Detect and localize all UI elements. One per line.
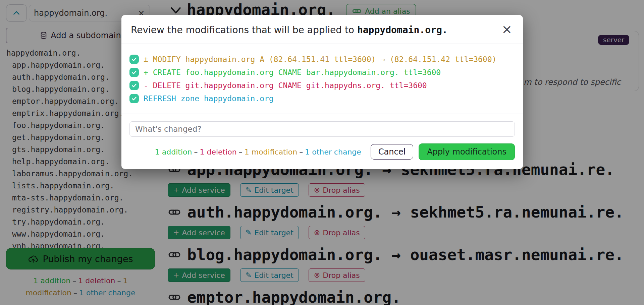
modification-text: - DELETE git.happydomain.org CNAME git.h…: [144, 81, 427, 90]
app-root: happydomain.org. × Add a subdomain happy…: [0, 0, 644, 305]
modification-row: - DELETE git.happydomain.org CNAME git.h…: [129, 79, 515, 92]
checkmark-icon: [131, 69, 137, 75]
comment-wrap: [121, 114, 523, 137]
modal-changes-summary: 1 addition–1 deletion–1 modification–1 o…: [155, 148, 361, 156]
close-icon[interactable]: ×: [500, 24, 514, 34]
change-comment-input[interactable]: [129, 121, 515, 137]
summary-modification: 1 modification: [245, 148, 298, 156]
summary-separator: –: [237, 148, 245, 156]
summary-addition: 1 addition: [155, 148, 192, 156]
modification-row: REFRESH zone happydomain.org: [129, 92, 515, 105]
modal-title: Review the modifications that will be ap…: [131, 24, 448, 36]
modification-row: + CREATE foo.happydomain.org CNAME bar.h…: [129, 66, 515, 79]
modal-footer: 1 addition–1 deletion–1 modification–1 o…: [121, 137, 523, 169]
checkmark-icon: [131, 56, 137, 62]
modal-title-prefix: Review the modifications that will be ap…: [131, 24, 357, 36]
summary-deletion: 1 deletion: [200, 148, 236, 156]
modification-text: REFRESH zone happydomain.org: [144, 94, 274, 103]
checkmark-icon: [131, 96, 137, 102]
modification-checkbox-checked[interactable]: [129, 68, 139, 77]
checkmark-icon: [131, 82, 137, 88]
modification-row: ± MODIFY happydomain.org A (82.64.151.41…: [129, 53, 515, 66]
apply-modifications-button[interactable]: Apply modifications: [419, 143, 515, 160]
modification-text: ± MODIFY happydomain.org A (82.64.151.41…: [144, 55, 496, 64]
modification-text: + CREATE foo.happydomain.org CNAME bar.h…: [144, 68, 441, 77]
modification-checkbox-checked[interactable]: [129, 55, 139, 64]
cancel-button[interactable]: Cancel: [371, 144, 413, 160]
review-modal: Review the modifications that will be ap…: [121, 15, 523, 169]
summary-separator: –: [297, 148, 305, 156]
modal-header: Review the modifications that will be ap…: [121, 15, 523, 44]
modification-checkbox-checked[interactable]: [129, 81, 139, 90]
summary-other: 1 other change: [305, 148, 361, 156]
summary-separator: –: [192, 148, 200, 156]
modification-checkbox-checked[interactable]: [129, 94, 139, 103]
modal-title-domain: happydomain.org.: [357, 24, 448, 36]
modification-list: ± MODIFY happydomain.org A (82.64.151.41…: [121, 44, 523, 107]
